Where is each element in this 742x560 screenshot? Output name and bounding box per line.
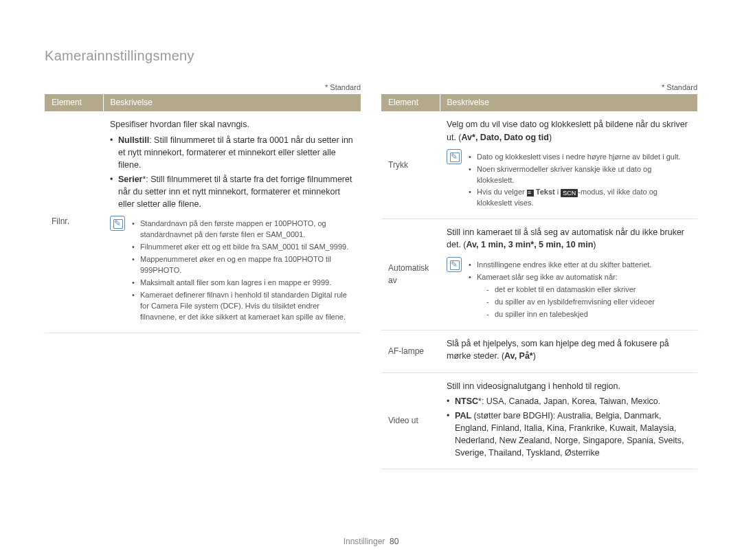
row-video-ut: Video ut Still inn videosignalutgang i h… (381, 372, 697, 469)
right-column: * Standard Element Beskrivelse Trykk Vel… (381, 83, 697, 469)
page-title: Kamerainnstillingsmeny (45, 48, 697, 64)
note-item: Filnummeret øker ett og ett bilde fra SA… (132, 242, 354, 253)
th-description: Beskrivelse (440, 94, 697, 111)
option-ntsc: NTSC*: USA, Canada, Japan, Korea, Taiwan… (447, 395, 690, 407)
option-pal: PAL (støtter bare BDGHI): Australia, Bel… (447, 410, 690, 460)
option-name: NTSC (455, 396, 478, 406)
cell-desc: Slå på et hjelpelys, som kan hjelpe deg … (440, 331, 697, 372)
note-item: Mappenummeret øker en og en mappe fra 10… (132, 254, 354, 276)
option-name: Nullstill (118, 135, 149, 145)
note-item: Innstillingene endres ikke etter at du s… (469, 260, 690, 271)
th-description: Beskrivelse (103, 94, 361, 111)
option-text: *: Still filnummeret til å starte fra de… (118, 175, 352, 209)
cell-label: AF-lampe (381, 331, 440, 372)
note-icon (447, 257, 462, 272)
cell-label: Filnr. (45, 111, 103, 333)
cell-label: Video ut (381, 372, 440, 469)
cell-desc: Velg om du vil vise dato og klokkeslett … (440, 111, 697, 219)
cell-label: Automatisk av (381, 219, 440, 331)
desc-text: Slå på et hjelpelys, som kan hjelpe deg … (447, 337, 690, 362)
th-element: Element (381, 94, 440, 111)
row-trykk: Trykk Velg om du vil vise dato og klokke… (381, 111, 697, 219)
option-list: NTSC*: USA, Canada, Japan, Korea, Taiwan… (447, 395, 690, 460)
option-serier: Serier*: Still filnummeret til å starte … (110, 173, 354, 210)
scn-badge: SCN (561, 189, 578, 197)
cell-label: Trykk (381, 111, 440, 219)
note-item: Dato og klokkeslett vises i nedre høyre … (469, 152, 690, 163)
note-item: Maksimalt antall filer som kan lagres i … (132, 278, 354, 289)
note-icon (447, 149, 462, 164)
note-content: Standardnavn på den første mappen er 100… (132, 216, 354, 325)
sub-note-item: du spiller inn en talebeskjed (486, 309, 690, 320)
note-block: Dato og klokkeslett vises i nedre høyre … (447, 149, 690, 212)
option-text: : Still filnummeret til å starte fra 000… (118, 135, 353, 170)
page-footer: Innstillinger 80 (0, 537, 742, 546)
option-text: (støtter bare BDGHI): Australia, Belgia,… (455, 411, 684, 458)
note-block: Innstillingene endres ikke etter at du s… (447, 257, 690, 324)
intro-text: Still inn videosignalutgang i henhold ti… (447, 380, 690, 392)
cell-desc: Still inn videosignalutgang i henhold ti… (440, 372, 697, 469)
left-column: * Standard Element Beskrivelse Filnr. Sp… (45, 83, 361, 469)
page-number: 80 (390, 537, 398, 546)
right-table: Element Beskrivelse Trykk Velg om du vil… (381, 94, 697, 469)
table-header-row: Element Beskrivelse (45, 94, 361, 111)
left-table: Element Beskrivelse Filnr. Spesifiser hv… (45, 94, 361, 333)
menu-icon (527, 190, 534, 197)
option-list: Nullstill: Still filnummeret til å start… (110, 134, 354, 211)
content-columns: * Standard Element Beskrivelse Filnr. Sp… (45, 83, 697, 469)
th-element: Element (45, 94, 103, 111)
note-item: Kameraet slår seg ikke av automatisk når… (469, 272, 690, 321)
note-content: Dato og klokkeslett vises i nedre høyre … (469, 149, 690, 212)
option-text: *: USA, Canada, Japan, Korea, Taiwan, Me… (478, 396, 660, 406)
desc-text: Velg om du vil vise dato og klokkeslett … (447, 118, 690, 143)
cell-desc: Spesifiser hvordan filer skal navngis. N… (103, 111, 361, 333)
row-af-lampe: AF-lampe Slå på et hjelpelys, som kan hj… (381, 331, 697, 372)
sub-note-item: du spiller av en lysbildefremvisning ell… (486, 297, 690, 308)
sub-note-item: det er koblet til en datamaskin eller sk… (486, 284, 690, 295)
table-header-row: Element Beskrivelse (381, 94, 697, 111)
standard-note-left: * Standard (45, 83, 361, 91)
option-nullstill: Nullstill: Still filnummeret til å start… (110, 134, 354, 171)
desc-text: Still inn kameraet til å slå seg av auto… (447, 226, 690, 251)
note-item: Noen skrivermodeller skriver kanskje ikk… (469, 164, 690, 186)
footer-label: Innstillinger (344, 537, 385, 546)
row-automatisk-av: Automatisk av Still inn kameraet til å s… (381, 219, 697, 331)
note-item: Hvis du velger Tekst i SCN-modus, vil ik… (469, 187, 690, 209)
note-item: Kameraet definerer filnavn i henhold til… (132, 290, 354, 323)
note-content: Innstillingene endres ikke etter at du s… (469, 257, 690, 324)
note-block: Standardnavn på den første mappen er 100… (110, 216, 354, 325)
note-item: Standardnavn på den første mappen er 100… (132, 219, 354, 240)
intro-text: Spesifiser hvordan filer skal navngis. (110, 118, 354, 131)
option-name: Serier (118, 175, 142, 184)
row-filnr: Filnr. Spesifiser hvordan filer skal nav… (45, 111, 361, 333)
standard-note-right: * Standard (381, 83, 697, 91)
option-name: PAL (455, 411, 471, 421)
note-icon (110, 216, 125, 231)
cell-desc: Still inn kameraet til å slå seg av auto… (440, 219, 697, 331)
